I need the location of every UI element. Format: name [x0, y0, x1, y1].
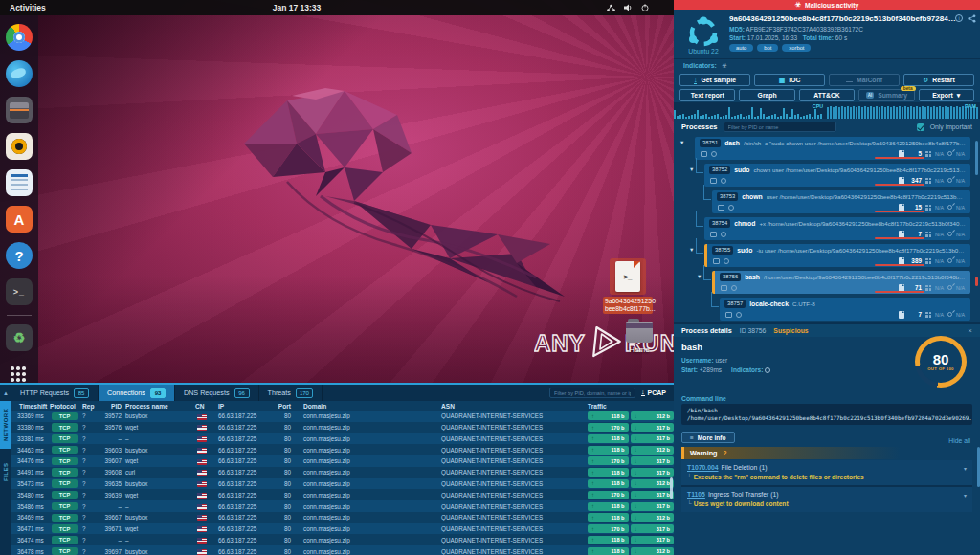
events-icon[interactable] [728, 205, 734, 211]
connection-row[interactable]: 35473 msTCP?39635busybox66.63.187.22580c… [11, 478, 674, 490]
share-icon[interactable] [968, 14, 976, 23]
process-row[interactable]: 38753chownuser /home/user/Desktop/9a6043… [712, 190, 970, 213]
process-row[interactable]: 38754chmod+x /home/user/Desktop/9a604364… [704, 217, 970, 240]
dock-item-chrome[interactable] [5, 23, 33, 52]
process-row[interactable]: ▼38751dash/bin/sh -c "sudo chown user /h… [695, 137, 970, 160]
mitre-warning-item[interactable]: T1070.004File Deletion (1)└Executes the … [681, 460, 972, 485]
restart-button[interactable]: ↻Restart [903, 74, 974, 86]
table-scrollbar[interactable] [670, 477, 673, 499]
connection-row[interactable]: 36474 msTCP?––66.63.187.22580conn.masjes… [11, 534, 674, 545]
command-line-value[interactable]: /bin/bash /home/user/Desktop/9a604364291… [681, 404, 972, 425]
dock-item-appgrid[interactable] [5, 360, 33, 383]
system-tray[interactable] [607, 4, 649, 11]
tab-dns-requests[interactable]: DNS Requests96 [175, 385, 259, 401]
connection-row[interactable]: 33369 msTCP?39572busybox66.63.187.22580c… [11, 411, 674, 422]
md5-value[interactable]: AFB9E2F38F3742C37A4038392B36172C [746, 26, 863, 33]
cell-asn: QUADRANET-INTERNET-SERVICES [439, 480, 586, 487]
mitre-technique-link[interactable]: T1070.004 [687, 464, 719, 471]
export-button[interactable]: Export▾ [919, 89, 974, 101]
tab-http-requests[interactable]: HTTP Requests85 [11, 385, 99, 401]
screenshot-icon[interactable] [725, 312, 732, 318]
text-report-button[interactable]: Text report [679, 89, 735, 101]
vm-desktop[interactable]: Activities Jan 17 13:33 A?>_♻ >_ 9a60436… [0, 0, 674, 383]
mitre-warning-item[interactable]: T1105Ingress Tool Transfer (1)└Uses wget… [681, 485, 972, 512]
expand-arrow-icon[interactable]: ▼ [689, 247, 694, 253]
summary-button[interactable]: AISummarybeta [858, 89, 914, 101]
sample-tag-auto[interactable]: auto [729, 44, 753, 52]
mitre-technique-link[interactable]: T1105 [687, 491, 705, 498]
network-filter-input[interactable] [549, 388, 635, 398]
events-icon[interactable] [731, 285, 737, 291]
screenshot-icon[interactable] [718, 205, 724, 211]
events-icon[interactable] [721, 232, 726, 237]
clock[interactable]: Jan 17 13:33 [0, 3, 593, 12]
button-label: Graph [758, 92, 777, 99]
connection-row[interactable]: 33380 msTCP?39576wget66.63.187.22580conn… [11, 422, 674, 433]
hide-all-link[interactable]: Hide all [948, 437, 970, 444]
events-icon[interactable] [736, 312, 742, 318]
connection-row[interactable]: 36478 msTCP?39697busybox66.63.187.22580c… [11, 545, 674, 555]
screenshot-icon[interactable] [701, 151, 707, 157]
tab-files-vertical[interactable]: FILES [0, 451, 11, 493]
chevron-down-icon[interactable]: ▾ [964, 465, 967, 472]
connection-row[interactable]: 33381 msTCP?––66.63.187.22580conn.masjes… [11, 433, 674, 445]
screenshot-icon[interactable] [710, 232, 717, 237]
malconf-button[interactable]: MalConf [829, 74, 900, 86]
process-scrollbar[interactable] [975, 141, 978, 175]
connection-row[interactable]: 36469 msTCP?39667busybox66.63.187.22580c… [11, 512, 674, 523]
dock-item-help[interactable]: ? [5, 241, 33, 270]
ioc-button[interactable]: ▦IOC [754, 74, 825, 86]
expand-arrow-icon[interactable]: ▼ [679, 140, 684, 145]
get-sample-button[interactable]: ↓Get sample [679, 74, 750, 86]
tab-network-vertical[interactable]: NETWORK [0, 401, 11, 449]
process-row[interactable]: ▼38756bash/home/user/Desktop/9a604364291… [712, 271, 970, 294]
process-row[interactable]: ▼38752sudochown user /home/user/Desktop/… [704, 164, 970, 187]
dock-item-files[interactable] [5, 96, 33, 124]
process-row[interactable]: ▼38755sudo-iu user /home/user/Desktop/9a… [704, 244, 970, 267]
connection-row[interactable]: 34463 msTCP?39603busybox66.63.187.22580c… [11, 444, 674, 455]
sample-tag-xorbot[interactable]: xorbot [782, 44, 811, 52]
events-icon[interactable] [721, 178, 726, 184]
process-row[interactable]: 38757locale-checkC.UTF-87N/AN/A [720, 298, 970, 321]
us-flag-icon [197, 538, 207, 544]
connection-row[interactable]: 34491 msTCP?39608curl66.63.187.22580conn… [11, 467, 674, 478]
only-important-checkbox[interactable] [917, 123, 924, 131]
att-ck-button[interactable]: ATT&CK [799, 89, 855, 101]
screenshot-icon[interactable] [710, 178, 717, 184]
connection-row[interactable]: 36471 msTCP?39671wget66.63.187.22580conn… [11, 523, 674, 535]
chevron-down-icon[interactable]: ▾ [964, 492, 967, 499]
dock-item-writer[interactable] [5, 168, 33, 197]
screenshot-icon[interactable] [713, 258, 720, 264]
info-icon[interactable]: i [955, 14, 963, 22]
dock-item-terminal[interactable]: >_ [5, 278, 33, 306]
desktop-sample-file[interactable]: >_ 9a604364291250 bee8b4c8f177b... [603, 258, 653, 314]
cell-asn: QUADRANET-INTERNET-SERVICES [439, 537, 586, 544]
dock-item-rhythmbox[interactable] [5, 132, 33, 161]
screenshot-icon[interactable] [721, 285, 727, 291]
graph-button[interactable]: Graph [739, 89, 794, 101]
sample-hash[interactable]: 9a604364291250bee8b4c8f177b0c2219c513b0f… [729, 14, 959, 23]
process-cmd: +x /home/user/Desktop/9a604364291250bee8… [759, 220, 966, 227]
pcap-download-button[interactable]: ↓ PCAP [641, 387, 666, 398]
connection-row[interactable]: 35480 msTCP?39639wget66.63.187.22580conn… [11, 489, 674, 500]
more-info-button[interactable]: ≡ More info [681, 432, 735, 443]
tab-connections[interactable]: Connections93 [99, 385, 175, 401]
expand-arrow-icon[interactable]: ▼ [697, 274, 702, 279]
dock-item-trash[interactable]: ♻ [5, 323, 33, 352]
close-details-icon[interactable]: × [968, 326, 972, 335]
traffic-cell: ↑118 b↓317 b [588, 434, 674, 443]
expand-arrow-icon[interactable]: ▼ [689, 166, 694, 172]
indicator-biohazard-icon[interactable]: ☣ [722, 62, 727, 70]
connection-row[interactable]: 35486 msTCP?––66.63.187.22580conn.masjes… [11, 500, 674, 512]
tab-threats[interactable]: Threats170 [259, 385, 323, 401]
process-filter-input[interactable] [724, 122, 836, 132]
connection-row[interactable]: 34476 msTCP?39607wget66.63.187.22580conn… [11, 455, 674, 467]
proc-indicator-icon[interactable] [765, 367, 770, 373]
events-icon[interactable] [711, 151, 717, 157]
collapse-panel-icon[interactable]: ▲ [0, 385, 11, 401]
dock-item-software[interactable]: A [5, 205, 33, 233]
home-folder[interactable]: Home [618, 322, 660, 354]
dock-item-thunderbird[interactable] [5, 59, 33, 88]
sample-tag-bot[interactable]: bot [757, 44, 778, 52]
events-icon[interactable] [724, 258, 729, 264]
